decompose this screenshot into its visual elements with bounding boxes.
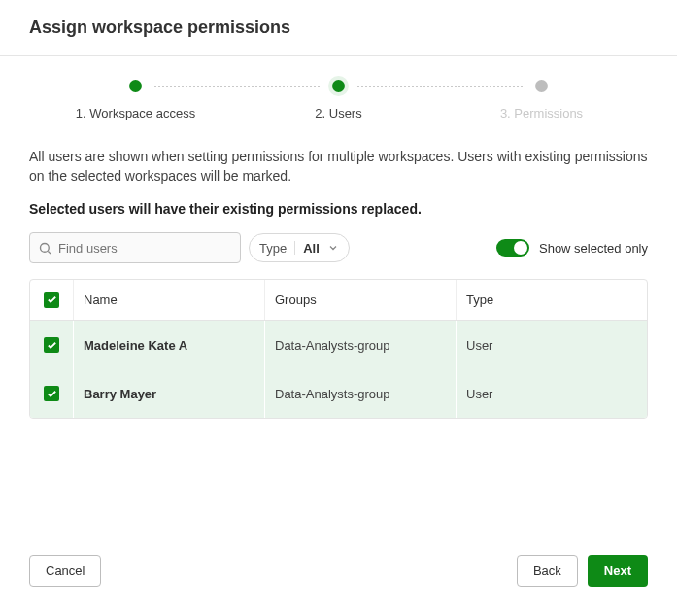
cancel-button[interactable]: Cancel (29, 555, 101, 587)
search-icon (38, 241, 52, 256)
separator (294, 241, 295, 255)
step-connector (357, 86, 523, 87)
type-filter[interactable]: Type All (249, 233, 350, 262)
svg-point-0 (41, 243, 50, 252)
show-selected-toggle[interactable] (496, 239, 529, 257)
row-groups: Data-Analysts-group (264, 321, 456, 369)
select-all-cell (30, 280, 73, 320)
check-icon (47, 340, 57, 351)
toggle-label: Show selected only (539, 241, 648, 256)
description-text: All users are shown when setting permiss… (29, 148, 648, 186)
step-2-label: 2. Users (315, 106, 361, 120)
row-type: User (456, 369, 647, 418)
table-row[interactable]: Barry Mayer Data-Analysts-group User (30, 369, 647, 418)
check-icon (47, 294, 57, 305)
chevron-down-icon (327, 242, 339, 254)
row-checkbox[interactable] (44, 337, 59, 353)
svg-line-1 (48, 251, 51, 254)
step-1-dot (129, 80, 142, 92)
back-button[interactable]: Back (517, 555, 578, 587)
stepper: 1. Workspace access 2. Users 3. Permissi… (29, 80, 648, 120)
step-3-dot (535, 80, 548, 92)
col-name[interactable]: Name (73, 280, 264, 320)
row-type: User (456, 321, 647, 369)
row-groups: Data-Analysts-group (264, 369, 456, 418)
table-header-row: Name Groups Type (30, 280, 647, 321)
modal-footer: Cancel Back Next (0, 545, 677, 616)
warning-text: Selected users will have their existing … (29, 201, 648, 217)
table-row[interactable]: Madeleine Kate A Data-Analysts-group Use… (30, 321, 647, 369)
step-2-dot (332, 80, 345, 92)
toggle-knob (514, 241, 527, 255)
modal-body: 1. Workspace access 2. Users 3. Permissi… (0, 56, 677, 545)
filter-row: Type All Show selected only (29, 232, 648, 263)
col-type[interactable]: Type (456, 280, 647, 320)
show-selected-toggle-wrap: Show selected only (496, 239, 648, 257)
modal-header: Assign workspace permissions (0, 0, 677, 56)
search-input[interactable] (58, 241, 232, 256)
row-name: Barry Mayer (73, 369, 264, 418)
next-button[interactable]: Next (588, 555, 648, 587)
search-box[interactable] (29, 232, 241, 263)
check-icon (47, 389, 57, 399)
page-title: Assign workspace permissions (29, 17, 648, 38)
row-name: Madeleine Kate A (73, 321, 264, 369)
select-all-checkbox[interactable] (44, 292, 59, 308)
col-groups[interactable]: Groups (264, 280, 456, 320)
step-1-label: 1. Workspace access (76, 106, 195, 120)
type-filter-label: Type (259, 241, 287, 256)
step-3-label: 3. Permissions (500, 106, 583, 120)
row-checkbox[interactable] (44, 386, 59, 401)
step-connector (154, 86, 320, 87)
type-filter-value: All (303, 241, 320, 256)
users-table: Name Groups Type Madeleine Kate A Data-A… (29, 279, 648, 419)
